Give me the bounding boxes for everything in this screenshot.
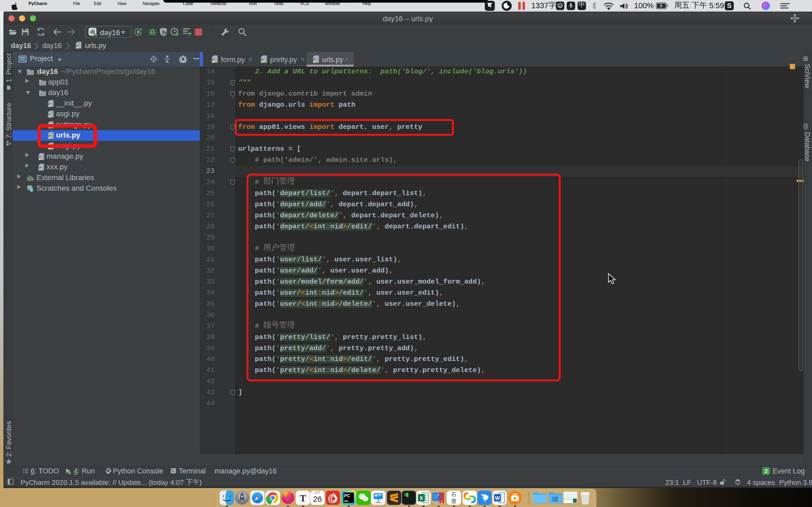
svg-text:X: X: [419, 495, 423, 501]
svg-text:T: T: [300, 493, 306, 504]
svg-text:PC: PC: [344, 494, 350, 498]
svg-text:W: W: [495, 495, 500, 501]
svg-text:$█: $█: [404, 493, 408, 497]
